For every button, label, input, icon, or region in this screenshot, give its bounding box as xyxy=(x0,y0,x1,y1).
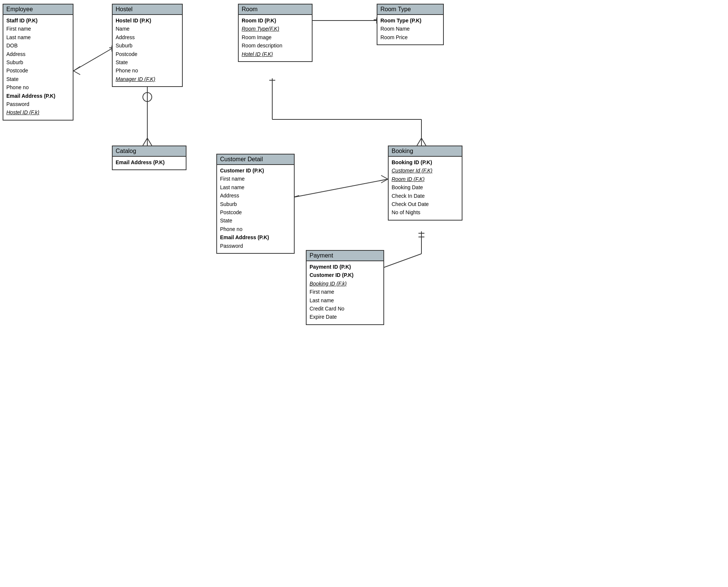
field-booking-checkin: Check In Date xyxy=(392,192,459,200)
field-hostel-postcode: Postcode xyxy=(116,50,179,58)
field-customer-email: Email Address (P.K) xyxy=(220,233,291,241)
field-customer-id: Customer ID (P.K) xyxy=(220,166,291,175)
field-room-image: Room Image xyxy=(242,33,309,41)
field-customer-phone: Phone no xyxy=(220,225,291,233)
field-employee-phone: Phone no xyxy=(6,83,70,91)
entity-payment: Payment Payment ID (P.K) Customer ID (P.… xyxy=(306,250,384,325)
entity-customerdetail: Customer Detail Customer ID (P.K) First … xyxy=(216,154,295,254)
entity-hostel: Hostel Hostel ID (P.K) Name Address Subu… xyxy=(112,4,183,87)
field-employee-hostelid: Hostel ID (F.k) xyxy=(6,108,70,116)
field-hostel-suburb: Suburb xyxy=(116,41,179,50)
entity-room-body: Room ID (P.K) Room Type(F.K) Room Image … xyxy=(239,15,312,61)
svg-line-1 xyxy=(73,66,80,71)
entity-room-header: Room xyxy=(239,4,312,15)
entity-hostel-body: Hostel ID (P.K) Name Address Suburb Post… xyxy=(113,15,182,86)
field-payment-expiredate: Expire Date xyxy=(310,313,380,321)
field-roomtype-type: Room Type (P.K) xyxy=(380,16,440,25)
svg-line-19 xyxy=(421,138,426,146)
field-employee-address: Address xyxy=(6,50,70,58)
field-customer-suburb: Suburb xyxy=(220,200,291,208)
svg-line-2 xyxy=(73,71,80,75)
field-employee-staffid: Staff ID (P.K) xyxy=(6,16,70,25)
field-customer-password: Password xyxy=(220,242,291,250)
field-employee-email: Email Address (P.K) xyxy=(6,92,70,100)
field-employee-password: Password xyxy=(6,100,70,108)
field-room-hotelid: Hotel ID (F.K) xyxy=(242,50,309,58)
svg-line-8 xyxy=(147,138,152,146)
svg-line-26 xyxy=(380,254,421,269)
entity-employee-body: Staff ID (P.K) First name Last name DOB … xyxy=(3,15,73,120)
field-hostel-phone: Phone no xyxy=(116,66,179,75)
field-hostel-id: Hostel ID (P.K) xyxy=(116,16,179,25)
field-hostel-name: Name xyxy=(116,25,179,33)
entity-hostel-header: Hostel xyxy=(113,4,182,15)
field-booking-date: Booking Date xyxy=(392,183,459,191)
entity-roomtype-header: Room Type xyxy=(377,4,443,15)
field-roomtype-price: Room Price xyxy=(380,33,440,41)
entity-catalog-body: Email Address (P.K) xyxy=(113,157,186,169)
entity-employee: Employee Staff ID (P.K) First name Last … xyxy=(3,4,73,121)
field-booking-roomid: Room ID (F.K) xyxy=(392,175,459,183)
field-customer-address: Address xyxy=(220,191,291,200)
field-employee-state: State xyxy=(6,75,70,83)
field-hostel-address: Address xyxy=(116,33,179,41)
entity-payment-body: Payment ID (P.K) Customer ID (P.K) Booki… xyxy=(307,261,383,324)
field-employee-firstname: First name xyxy=(6,25,70,33)
entity-payment-header: Payment xyxy=(307,251,383,261)
entity-room: Room Room ID (P.K) Room Type(F.K) Room I… xyxy=(238,4,313,62)
svg-line-18 xyxy=(417,138,421,146)
field-room-id: Room ID (P.K) xyxy=(242,16,309,25)
field-room-description: Room description xyxy=(242,41,309,50)
entity-catalog: Catalog Email Address (P.K) xyxy=(112,146,186,170)
field-booking-nights: No of Nights xyxy=(392,208,459,216)
entity-roomtype: Room Type Room Type (P.K) Room Name Room… xyxy=(377,4,444,45)
entity-booking-header: Booking xyxy=(389,146,462,157)
entity-roomtype-body: Room Type (P.K) Room Name Room Price xyxy=(377,15,443,44)
entity-booking: Booking Booking ID (P.K) Customer Id (F.… xyxy=(388,146,462,221)
field-hostel-managerid: Manager ID (F.K) xyxy=(116,75,179,83)
field-customer-postcode: Postcode xyxy=(220,208,291,216)
svg-line-23 xyxy=(381,175,388,179)
entity-employee-header: Employee xyxy=(3,4,73,15)
field-payment-lastname: Last name xyxy=(310,296,380,305)
field-employee-dob: DOB xyxy=(6,41,70,50)
field-employee-lastname: Last name xyxy=(6,33,70,41)
field-booking-checkout: Check Out Date xyxy=(392,200,459,208)
svg-line-22 xyxy=(294,196,299,197)
field-catalog-email: Email Address (P.K) xyxy=(116,158,183,166)
field-payment-creditcard: Credit Card No xyxy=(310,305,380,313)
field-customer-firstname: First name xyxy=(220,175,291,183)
svg-line-24 xyxy=(381,179,388,183)
field-booking-customerid: Customer Id (F.K) xyxy=(392,166,459,175)
svg-point-6 xyxy=(143,93,152,102)
entity-booking-body: Booking ID (P.K) Customer Id (F.K) Room … xyxy=(389,157,462,220)
field-payment-customerid: Customer ID (P.K) xyxy=(310,271,380,279)
field-payment-firstname: First name xyxy=(310,288,380,296)
field-employee-postcode: Postcode xyxy=(6,66,70,75)
field-roomtype-name: Room Name xyxy=(380,25,440,33)
field-room-type: Room Type(F.K) xyxy=(242,25,309,33)
svg-line-0 xyxy=(73,49,112,71)
svg-line-7 xyxy=(143,138,147,146)
field-customer-lastname: Last name xyxy=(220,183,291,191)
field-payment-id: Payment ID (P.K) xyxy=(310,263,380,271)
entity-customerdetail-header: Customer Detail xyxy=(217,154,294,165)
entity-customerdetail-body: Customer ID (P.K) First name Last name A… xyxy=(217,165,294,253)
field-customer-state: State xyxy=(220,216,291,225)
field-payment-bookingid: Booking ID (F.k) xyxy=(310,280,380,288)
svg-line-20 xyxy=(291,179,388,198)
field-hostel-state: State xyxy=(116,58,179,66)
field-booking-id: Booking ID (P.K) xyxy=(392,158,459,166)
entity-catalog-header: Catalog xyxy=(113,146,186,157)
field-employee-suburb: Suburb xyxy=(6,58,70,66)
